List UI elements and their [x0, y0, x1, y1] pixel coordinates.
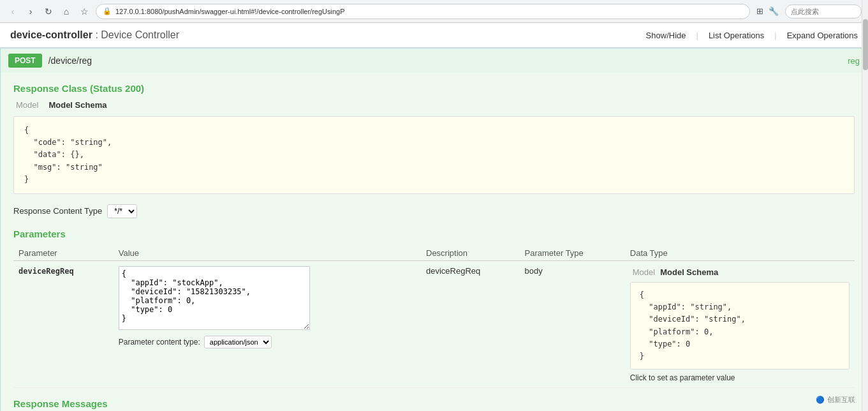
- browser-actions: ⊞ 🔧: [755, 5, 780, 17]
- endpoint-content: Response Class (Status 200) Model Model …: [1, 73, 867, 411]
- content-type-select[interactable]: */*: [107, 204, 137, 218]
- controller-separator: :: [92, 29, 101, 40]
- lock-icon: 🔒: [103, 7, 112, 15]
- expand-operations-link[interactable]: Expand Operations: [787, 31, 858, 40]
- tab-model[interactable]: Model: [13, 99, 41, 111]
- tab-model-schema[interactable]: Model Schema: [46, 99, 109, 111]
- schema-tab-schema[interactable]: Model Schema: [658, 266, 721, 278]
- controller-description: Device Controller: [101, 29, 179, 40]
- grid-icon[interactable]: ⊞: [755, 5, 765, 17]
- model-schema-container: Model Model Schema { "appId": "string", …: [630, 266, 850, 382]
- endpoint-tag: reg: [848, 56, 860, 66]
- param-type: body: [525, 266, 543, 276]
- param-data-type-cell: Model Model Schema { "appId": "string", …: [625, 260, 855, 387]
- forward-button[interactable]: ›: [24, 5, 37, 18]
- col-description: Description: [421, 246, 520, 261]
- response-code-block: { "code": "string", "data": {}, "msg": "…: [13, 116, 855, 194]
- list-operations-link[interactable]: List Operations: [709, 31, 764, 40]
- watermark-icon: 🔵: [816, 396, 825, 404]
- param-content-type-row: Parameter content type: application/json: [119, 336, 416, 348]
- controller-title: device-controller : Device Controller: [10, 29, 179, 41]
- click-hint[interactable]: Click to set as parameter value: [630, 373, 850, 382]
- browser-chrome: ‹ › ↻ ⌂ ☆ 🔒 127.0.0.1:8080/pushAdmin/swa…: [0, 0, 868, 23]
- refresh-button[interactable]: ↻: [42, 5, 55, 18]
- content-type-row: Response Content Type */*: [13, 204, 855, 218]
- model-tabs: Model Model Schema: [13, 99, 855, 111]
- col-param-type: Parameter Type: [520, 246, 625, 261]
- schema-code: { "appId": "string", "deviceId": "string…: [640, 289, 840, 362]
- endpoint-container: POST /device/reg reg Response Class (Sta…: [0, 48, 868, 411]
- controller-name: device-controller: [10, 29, 92, 40]
- response-code: { "code": "string", "data": {}, "msg": "…: [24, 124, 844, 186]
- controller-header: device-controller : Device Controller Sh…: [0, 23, 868, 48]
- controller-actions: Show/Hide | List Operations | Expand Ope…: [646, 31, 858, 40]
- method-badge: POST: [8, 54, 42, 68]
- extension-icon[interactable]: 🔧: [767, 5, 780, 17]
- col-parameter: Parameter: [13, 246, 114, 261]
- url-text: 127.0.0.1:8080/pushAdmin/swagger-ui.html…: [115, 8, 345, 15]
- content-type-label: Response Content Type: [13, 206, 102, 216]
- sep2: |: [774, 31, 776, 40]
- swagger-container: device-controller : Device Controller Sh…: [0, 23, 868, 411]
- tab-sep: [41, 99, 46, 111]
- params-table: Parameter Value Description Parameter Ty…: [13, 246, 855, 388]
- param-content-type-select[interactable]: application/json: [204, 336, 272, 348]
- param-value-cell: { "appId": "stockApp", "deviceId": "1582…: [114, 260, 421, 387]
- schema-code-block: { "appId": "string", "deviceId": "string…: [630, 282, 850, 370]
- params-thead: Parameter Value Description Parameter Ty…: [13, 246, 855, 261]
- param-content-type-label: Parameter content type:: [119, 338, 200, 347]
- back-button[interactable]: ‹: [6, 5, 19, 18]
- scrollbar[interactable]: [862, 0, 868, 411]
- response-class-title: Response Class (Status 200): [13, 83, 855, 94]
- address-bar[interactable]: 🔒 127.0.0.1:8080/pushAdmin/swagger-ui.ht…: [96, 4, 750, 19]
- watermark: 🔵 创新互联: [816, 395, 855, 405]
- param-type-cell: body: [520, 260, 625, 387]
- col-data-type: Data Type: [625, 246, 855, 261]
- param-name-cell: deviceRegReq: [13, 260, 114, 387]
- endpoint-path: /device/reg: [48, 56, 842, 66]
- watermark-text: 创新互联: [827, 395, 855, 405]
- schema-tab-model[interactable]: Model: [630, 266, 658, 278]
- model-schema-tabs: Model Model Schema: [630, 266, 850, 278]
- params-title: Parameters: [13, 228, 855, 239]
- params-header-row: Parameter Value Description Parameter Ty…: [13, 246, 855, 261]
- param-name: deviceRegReq: [18, 267, 74, 276]
- param-description-cell: deviceRegReq: [421, 260, 520, 387]
- search-input[interactable]: [785, 4, 862, 19]
- params-tbody: deviceRegReq { "appId": "stockApp", "dev…: [13, 260, 855, 387]
- response-messages-title: Response Messages: [13, 398, 855, 409]
- home-button[interactable]: ⌂: [60, 5, 73, 18]
- bookmark-button[interactable]: ☆: [78, 5, 91, 18]
- scrollbar-thumb: [863, 19, 868, 70]
- show-hide-link[interactable]: Show/Hide: [646, 31, 686, 40]
- param-description: deviceRegReq: [426, 266, 480, 276]
- table-row: deviceRegReq { "appId": "stockApp", "dev…: [13, 260, 855, 387]
- col-value: Value: [114, 246, 421, 261]
- param-value-textarea[interactable]: { "appId": "stockApp", "deviceId": "1582…: [119, 266, 310, 330]
- endpoint-row[interactable]: POST /device/reg reg: [1, 49, 867, 73]
- sep1: |: [696, 31, 698, 40]
